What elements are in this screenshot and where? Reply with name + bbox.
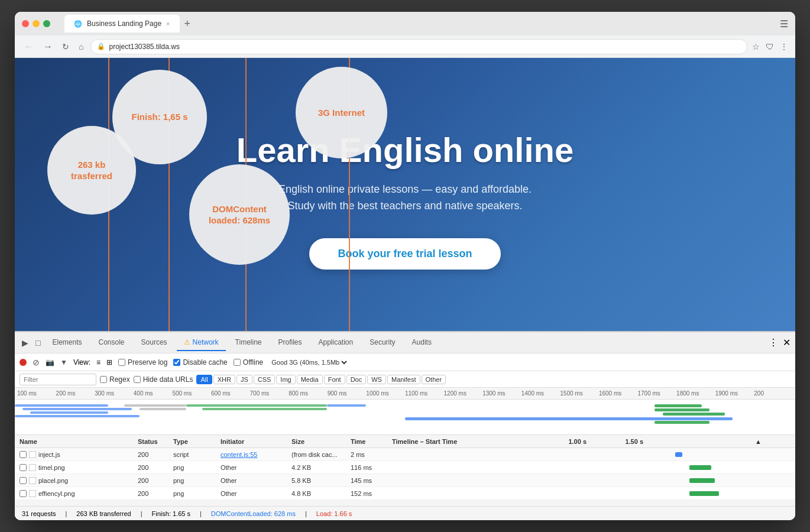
ruler-300: 300 ms [95,390,134,397]
offline-checkbox[interactable] [234,359,241,366]
cta-button[interactable]: Book your free trial lesson [309,238,500,270]
filter-media-button[interactable]: Media [297,375,323,384]
hide-urls-label: Hide data URLs [134,375,193,384]
hero-subtitle: English online private lessons — easy an… [278,181,532,215]
filter-ws-button[interactable]: WS [367,375,386,384]
devtools-close-icon[interactable]: ✕ [783,337,790,348]
table-row: inject.js 200 script content.js:55 (from… [15,448,795,461]
shield-icon[interactable]: 🛡 [766,42,774,51]
row-checkbox[interactable] [20,477,27,484]
status-load: Load: 1.66 s [316,510,352,517]
tab-security[interactable]: Security [362,335,402,351]
filter-all-button[interactable]: All [196,375,212,384]
maximize-traffic-light[interactable] [43,20,50,27]
ruler-1700: 1700 ms [638,390,677,397]
filter-other-button[interactable]: Other [422,375,446,384]
bookmark-icon[interactable]: ☆ [752,42,760,51]
row-name-timel: timel.png [20,464,138,471]
hide-urls-checkbox[interactable] [134,376,141,383]
filter-js-button[interactable]: JS [236,375,252,384]
table-row: placel.png 200 png Other 5.8 KB 145 ms [15,474,795,487]
hero-title: Learn English online [236,131,574,169]
tab-profiles[interactable]: Profiles [271,335,309,351]
header-type: Type [173,438,221,445]
ruler-1900: 1900 ms [715,390,754,397]
tab-sources[interactable]: Sources [134,335,174,351]
new-tab-button[interactable]: + [184,18,191,29]
regex-checkbox[interactable] [100,376,107,383]
status-transferred: 263 KB transferred [76,510,131,517]
tab-timeline[interactable]: Timeline [228,335,269,351]
tab-network[interactable]: ⚠ Network [177,335,226,351]
filter-manifest-button[interactable]: Manifest [387,375,420,384]
filter-css-button[interactable]: CSS [254,375,276,384]
ruler-1200: 1200 ms [444,390,483,397]
status-dom: DOMContentLoaded: 628 ms [211,510,296,517]
ruler-600: 600 ms [211,390,250,397]
refresh-button[interactable]: ↻ [60,41,72,53]
ruler-400: 400 ms [134,390,173,397]
ruler-800: 800 ms [289,390,328,397]
devtools-cursor-icon[interactable]: ▶ [20,336,31,350]
more-icon[interactable]: ⋮ [780,42,788,51]
filter-img-button[interactable]: Img [276,375,295,384]
devtools-panel: ▶ □ Elements Console Sources ⚠ Network T… [15,331,795,520]
waterfall-chart [15,400,795,435]
status-finish: Finish: 1.65 s [152,510,190,517]
row-checkbox[interactable] [20,464,27,471]
offline-label: Offline [234,358,263,366]
clear-icon[interactable]: ⊘ [33,358,40,367]
website-area: Finish: 1,65 s 3G Internet 263 kb trasfe… [15,58,795,331]
devtools-inspect-icon[interactable]: □ [33,336,43,350]
header-size: Size [291,438,351,445]
forward-button[interactable]: → [41,40,55,53]
devtools-more-icon[interactable]: ⋮ [769,337,778,348]
filter-doc-button[interactable]: Doc [346,375,367,384]
header-name: Name [20,438,138,445]
header-sort[interactable]: ▲ [755,438,790,445]
filter-font-button[interactable]: Font [324,375,345,384]
devtools-status-bar: 31 requests | 263 KB transferred | Finis… [15,506,795,520]
tab-close-button[interactable]: × [166,20,170,27]
table-row: timel.png 200 png Other 4.2 KB 116 ms [15,461,795,474]
ruler-100: 100 ms [17,390,56,397]
minimize-traffic-light[interactable] [33,20,40,27]
header-status: Status [138,438,173,445]
preserve-log-checkbox[interactable] [118,359,125,366]
ruler-500: 500 ms [172,390,211,397]
view-grid-icon[interactable]: ⊞ [106,358,112,366]
speed-select[interactable]: Good 3G (40ms, 1.5Mb [269,358,349,366]
back-button[interactable]: ← [22,40,36,53]
row-checkbox[interactable] [20,451,27,458]
tab-elements[interactable]: Elements [45,335,89,351]
header-initiator: Initiator [221,438,291,445]
tab-console[interactable]: Console [92,335,132,351]
tab-title: Business Landing Page [87,20,161,28]
screenshot-icon[interactable]: 📷 [46,358,54,366]
tab-application[interactable]: Application [312,335,361,351]
file-icon-img [29,477,36,484]
address-bar: ← → ↻ ⌂ 🔒 project130385.tilda.ws ☆ 🛡 ⋮ [15,35,795,58]
timeline-bar-timel [392,463,755,472]
view-list-icon[interactable]: ≡ [96,358,101,366]
browser-tab[interactable]: 🌐 Business Landing Page × [64,15,180,33]
timeline-bar-placel [392,476,755,485]
preserve-log-label: Preserve log [118,358,167,366]
home-button[interactable]: ⌂ [76,41,86,53]
url-bar[interactable]: 🔒 project130385.tilda.ws [90,39,747,54]
network-toolbar: ⊘ 📷 ▼ View: ≡ ⊞ Preserve log Disable cac… [15,353,795,371]
disable-cache-checkbox[interactable] [173,359,180,366]
row-checkbox[interactable] [20,490,27,497]
tab-audits[interactable]: Audits [405,335,439,351]
ruler-1500: 1500 ms [560,390,599,397]
filter-xhr-button[interactable]: XHR [213,375,235,384]
close-traffic-light[interactable] [22,20,29,27]
timeline-ruler: 100 ms 200 ms 300 ms 400 ms 500 ms 600 m… [15,388,795,400]
title-bar-right: ☰ [780,18,788,30]
browser-menu-icon[interactable]: ☰ [780,18,788,30]
filter-icon[interactable]: ▼ [60,358,67,366]
record-button[interactable] [20,359,27,366]
traffic-lights [22,20,50,27]
filter-input[interactable] [20,374,96,385]
initiator-link[interactable]: content.js:55 [221,451,291,458]
